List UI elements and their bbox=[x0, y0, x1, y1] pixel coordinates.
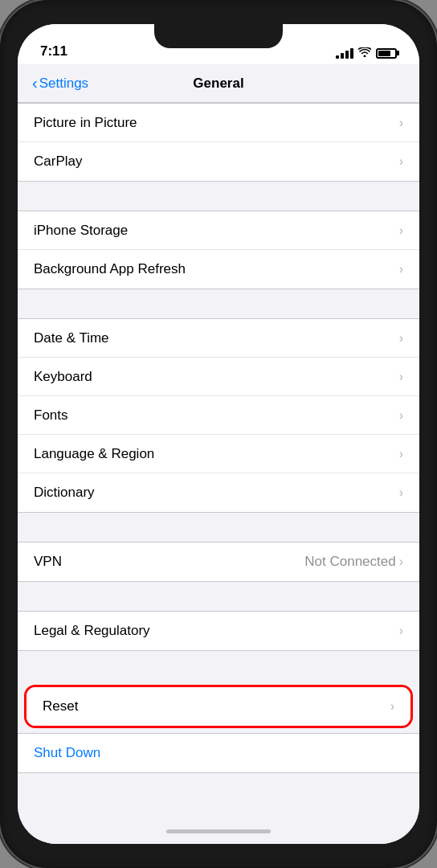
home-indicator bbox=[166, 829, 271, 833]
row-label: iPhone Storage bbox=[34, 223, 128, 239]
section-vpn-inner: VPN Not Connected › bbox=[18, 542, 419, 582]
scroll-content[interactable]: Picture in Picture › CarPlay › bbox=[18, 103, 419, 818]
chevron-right-icon: › bbox=[399, 370, 403, 384]
row-right: Not Connected › bbox=[304, 554, 403, 570]
list-item[interactable]: Language & Region › bbox=[18, 435, 419, 473]
chevron-right-icon: › bbox=[390, 699, 394, 714]
section-divider bbox=[18, 182, 419, 211]
battery-icon bbox=[376, 48, 397, 59]
iphone-storage-row[interactable]: iPhone Storage › bbox=[18, 211, 419, 250]
vpn-row[interactable]: VPN Not Connected › bbox=[18, 542, 419, 581]
row-right: › bbox=[399, 624, 403, 638]
section-storage: iPhone Storage › Background App Refresh … bbox=[18, 211, 419, 289]
list-item[interactable]: Date & Time › bbox=[18, 319, 419, 358]
row-right: › bbox=[399, 116, 403, 130]
row-label: Fonts bbox=[34, 407, 68, 424]
row-label: Legal & Regulatory bbox=[34, 623, 150, 639]
list-item[interactable]: Keyboard › bbox=[18, 358, 419, 396]
notch bbox=[154, 24, 283, 48]
back-label: Settings bbox=[39, 76, 88, 92]
signal-icon bbox=[336, 48, 353, 59]
chevron-right-icon: › bbox=[399, 447, 403, 461]
list-item[interactable]: CarPlay › bbox=[18, 142, 419, 181]
row-label: Keyboard bbox=[34, 369, 92, 385]
page-title: General bbox=[193, 76, 243, 92]
row-right: › bbox=[399, 262, 403, 276]
back-chevron-icon: ‹ bbox=[32, 74, 38, 92]
row-label: Background App Refresh bbox=[34, 261, 186, 277]
section-datetime: Date & Time › Keyboard › Fonts bbox=[18, 318, 419, 513]
chevron-right-icon: › bbox=[399, 624, 403, 638]
shutdown-section: Shut Down bbox=[18, 733, 419, 773]
reset-label: Reset bbox=[43, 698, 78, 714]
list-item[interactable]: Picture in Picture › bbox=[18, 104, 419, 142]
nav-bar: ‹ Settings General bbox=[18, 64, 419, 103]
row-label: VPN bbox=[34, 554, 62, 570]
row-right: › bbox=[399, 331, 403, 346]
chevron-right-icon: › bbox=[399, 485, 403, 500]
vpn-status: Not Connected bbox=[304, 554, 395, 570]
section-legal-inner: Legal & Regulatory › bbox=[18, 611, 419, 651]
row-right: › bbox=[399, 370, 403, 384]
reset-section: Reset › bbox=[18, 680, 419, 733]
chevron-right-icon: › bbox=[399, 262, 403, 276]
background-refresh-row[interactable]: Background App Refresh › bbox=[18, 250, 419, 289]
section-divider bbox=[18, 651, 419, 680]
shutdown-label: Shut Down bbox=[34, 745, 100, 761]
chevron-right-icon: › bbox=[399, 555, 403, 569]
section-divider bbox=[18, 289, 419, 318]
back-button[interactable]: ‹ Settings bbox=[32, 75, 88, 92]
status-icons bbox=[336, 47, 397, 59]
legal-row[interactable]: Legal & Regulatory › bbox=[18, 612, 419, 650]
chevron-right-icon: › bbox=[399, 154, 403, 169]
chevron-right-icon: › bbox=[399, 116, 403, 130]
reset-row[interactable]: Reset › bbox=[27, 687, 410, 726]
shutdown-row[interactable]: Shut Down bbox=[18, 734, 419, 772]
list-item[interactable]: Fonts › bbox=[18, 396, 419, 435]
wifi-icon bbox=[358, 47, 371, 59]
section-legal: Legal & Regulatory › bbox=[18, 611, 419, 651]
row-right: › bbox=[399, 223, 403, 238]
reset-highlight: Reset › bbox=[24, 685, 413, 728]
row-right: › bbox=[390, 699, 394, 714]
section-divider bbox=[18, 582, 419, 611]
section-datetime-inner: Date & Time › Keyboard › Fonts bbox=[18, 318, 419, 513]
row-right: › bbox=[399, 408, 403, 423]
section-storage-inner: iPhone Storage › Background App Refresh … bbox=[18, 211, 419, 289]
row-right: › bbox=[399, 154, 403, 169]
section-divider bbox=[18, 513, 419, 542]
chevron-right-icon: › bbox=[399, 331, 403, 346]
row-right: › bbox=[399, 485, 403, 500]
chevron-right-icon: › bbox=[399, 223, 403, 238]
status-time: 7:11 bbox=[40, 43, 67, 59]
section-pip-carplay-inner: Picture in Picture › CarPlay › bbox=[18, 103, 419, 182]
row-right: › bbox=[399, 447, 403, 461]
section-vpn: VPN Not Connected › bbox=[18, 542, 419, 582]
phone-frame: 7:11 bbox=[0, 0, 437, 868]
bottom-padding bbox=[18, 773, 419, 805]
screen: 7:11 bbox=[18, 24, 419, 844]
row-label: Language & Region bbox=[34, 446, 154, 462]
row-label: Date & Time bbox=[34, 330, 109, 346]
section-pip-carplay: Picture in Picture › CarPlay › bbox=[18, 103, 419, 182]
list-item[interactable]: Dictionary › bbox=[18, 473, 419, 512]
row-label: Dictionary bbox=[34, 485, 95, 501]
chevron-right-icon: › bbox=[399, 408, 403, 423]
home-bar bbox=[18, 818, 419, 844]
row-label: Picture in Picture bbox=[34, 115, 137, 131]
row-label: CarPlay bbox=[34, 154, 82, 170]
